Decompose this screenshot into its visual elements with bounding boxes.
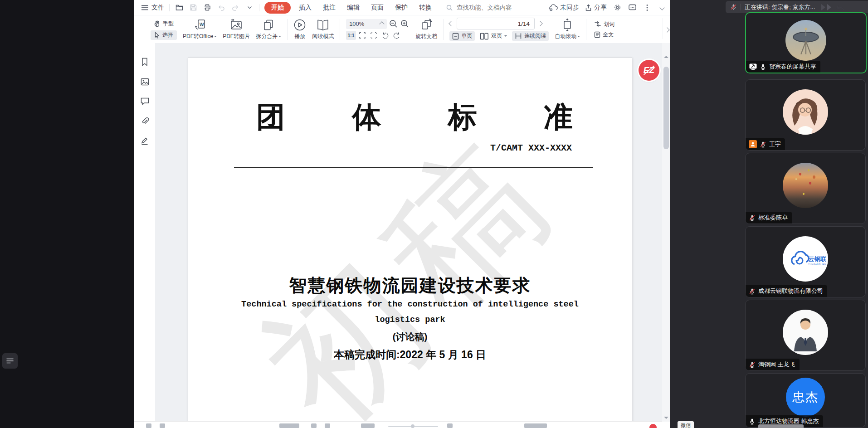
tab-protect[interactable]: 保护 (392, 3, 411, 13)
pdf-to-office-button[interactable]: W PDF转Office (183, 19, 217, 40)
settings-button[interactable] (613, 3, 622, 12)
read-mode-button[interactable]: 阅读模式 (312, 19, 334, 40)
next-page-button[interactable] (537, 21, 542, 26)
pdf-to-image-button[interactable]: PDF转图片 (223, 19, 250, 40)
scroll-up-arrow[interactable] (664, 56, 668, 58)
tab-convert[interactable]: 转换 (416, 3, 435, 13)
statusbar-icon[interactable] (447, 423, 453, 428)
full-translate-button[interactable]: 全文 (592, 30, 615, 39)
menu-bar: 文件 开始 插入 批注 编辑 页面 保护 转换 未同步 分享 (134, 0, 670, 15)
statusbar-icon[interactable] (146, 423, 151, 428)
search-input[interactable] (456, 4, 521, 11)
fit-page-button[interactable] (357, 31, 367, 40)
zoom-out-button[interactable] (388, 19, 398, 29)
document-viewport[interactable]: 初稿 团 体 标 准 T/CAMT XXX-XXXX 智慧钢铁物流园建设技术要求… (155, 43, 662, 422)
word-translate-label: 划词 (604, 20, 614, 28)
actual-size-button[interactable]: 1:1 (346, 31, 356, 40)
file-menu[interactable]: 文件 (141, 4, 164, 12)
participant-tile[interactable]: 忠杰 北方恒达物流园 韩忠杰 (745, 373, 866, 428)
rotate-left-button[interactable] (380, 31, 390, 40)
toolbar-expand-button[interactable] (665, 25, 669, 34)
more-menu-button[interactable] (643, 3, 652, 12)
statusbar-slider-handle[interactable] (411, 424, 414, 428)
double-page-button[interactable]: 双页 (478, 31, 509, 41)
save-button[interactable] (189, 3, 198, 12)
toolbar: 手型 选择 W PDF转Office PDF转图片 拆分合并 播放 阅读模式 (134, 15, 670, 44)
participant-tile[interactable]: 云钢联YUNGANGLIAN 成都云钢联物流有限公司 (745, 226, 866, 297)
attachments-panel-button[interactable] (141, 117, 149, 125)
redo-button[interactable] (231, 3, 240, 12)
bookmarks-panel-button[interactable] (141, 58, 149, 66)
signature-panel-button[interactable] (141, 137, 149, 145)
play-button[interactable]: 播放 (293, 19, 306, 40)
participant-tile[interactable]: 贺宗春的屏幕共享 (745, 12, 867, 73)
continuous-reading-button[interactable]: 连续阅读 (512, 31, 549, 41)
rotate-document-button[interactable]: 旋转文档 (415, 19, 437, 40)
tab-edit[interactable]: 编辑 (344, 3, 363, 13)
open-file-button[interactable] (175, 3, 184, 12)
statusbar-icon[interactable] (524, 423, 547, 428)
screen-share-icon (749, 63, 757, 70)
read-mode-label: 阅读模式 (312, 33, 334, 40)
full-translate-label: 全文 (603, 31, 614, 39)
wechat-taskbar-label[interactable]: 微信 (678, 421, 694, 428)
collapse-ribbon-button[interactable] (658, 3, 667, 12)
participant-tile[interactable]: 王宇 (745, 79, 866, 151)
statusbar-icon[interactable] (325, 423, 330, 428)
statusbar-icon[interactable] (160, 423, 165, 428)
zoom-level-dropdown[interactable]: 100% (346, 19, 387, 29)
tab-insert[interactable]: 插入 (296, 3, 315, 13)
scrollbar-thumb[interactable] (663, 67, 669, 149)
more-commands-dropdown[interactable] (245, 3, 254, 12)
rotate-right-button[interactable] (391, 31, 401, 40)
host-badge-icon (749, 140, 757, 148)
promo-badge-button[interactable]: EZ (639, 60, 659, 81)
avatar (785, 20, 826, 61)
page-indicator-input[interactable] (457, 18, 535, 29)
feedback-button[interactable] (628, 3, 637, 12)
tab-home[interactable]: 开始 (264, 2, 291, 14)
divider (586, 19, 586, 40)
split-merge-label: 拆分合并 (256, 33, 278, 40)
hand-tool-button[interactable]: 手型 (151, 19, 177, 29)
auto-scroll-button[interactable]: 自动滚动 (555, 19, 580, 40)
caret-down-icon (214, 36, 217, 39)
single-page-button[interactable]: 单页 (449, 31, 475, 41)
zoom-level-value: 100% (349, 20, 364, 27)
comments-panel-button[interactable] (141, 97, 149, 105)
desktop-notes-button[interactable] (2, 353, 18, 369)
tab-annotate[interactable]: 批注 (320, 3, 339, 13)
thumbnails-panel-button[interactable] (141, 78, 149, 86)
print-button[interactable] (203, 3, 212, 12)
statusbar-icon[interactable] (311, 423, 317, 428)
participant-name: 淘钢网 王龙飞 (758, 360, 795, 369)
split-merge-button[interactable]: 拆分合并 (256, 19, 281, 40)
statusbar-red-badge[interactable] (649, 424, 657, 428)
collapse-arrows-icon (819, 2, 848, 12)
cloud-sync-icon (548, 4, 558, 11)
word-translate-button[interactable]: 划词 (592, 20, 616, 29)
caret-down-icon (504, 35, 507, 38)
scroll-down-arrow[interactable] (664, 417, 668, 419)
tab-page[interactable]: 页面 (368, 3, 387, 13)
sync-status-button[interactable]: 未同步 (548, 4, 579, 12)
statusbar-icon[interactable] (361, 423, 375, 428)
rotate-document-label: 旋转文档 (415, 33, 437, 40)
undo-button[interactable] (217, 3, 226, 12)
kebab-icon (646, 4, 648, 11)
pdf-page: 初稿 团 体 标 准 T/CAMT XXX-XXXX 智慧钢铁物流园建设技术要求… (188, 57, 632, 422)
participant-tile[interactable]: 标准委陈卓 (745, 153, 866, 224)
participant-tile[interactable]: 淘钢网 王龙飞 (745, 300, 866, 371)
share-button[interactable]: 分享 (585, 4, 607, 12)
chevron-up-icon (659, 5, 664, 10)
statusbar-icon[interactable] (279, 423, 299, 428)
select-tool-button[interactable]: 选择 (151, 30, 177, 40)
previous-page-button[interactable] (449, 21, 454, 26)
search-box[interactable] (446, 4, 526, 11)
speaking-status-bar[interactable]: 正在讲话: 贺宗春; 京东方... (726, 1, 868, 13)
gear-icon (614, 4, 621, 11)
horizontal-rule (234, 167, 593, 168)
zoom-in-button[interactable] (400, 19, 410, 29)
vertical-scrollbar[interactable] (662, 43, 670, 422)
fit-width-button[interactable] (369, 31, 379, 40)
